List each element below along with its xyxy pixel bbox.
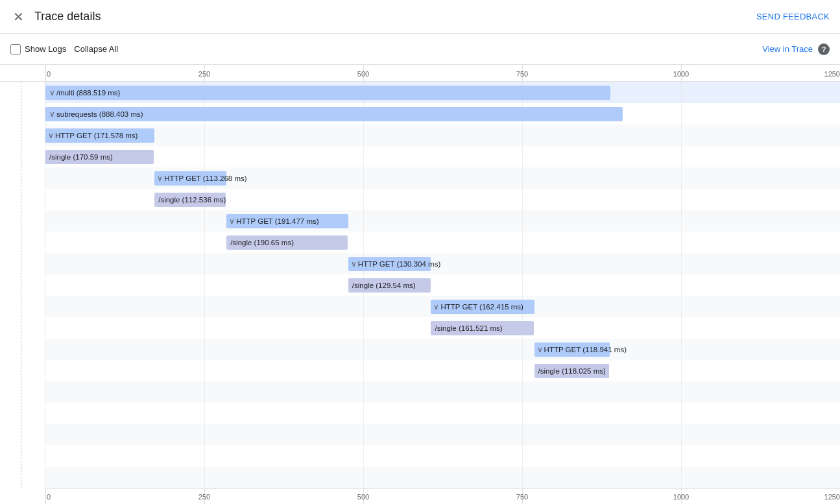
chevron-icon: ∨ bbox=[351, 259, 357, 269]
table-row: ∨ HTTP GET (191.477 ms) bbox=[45, 210, 840, 232]
chevron-icon: ∨ bbox=[48, 131, 54, 140]
ruler-spacer-left bbox=[0, 65, 45, 82]
toolbar-left: Show Logs Collapse All bbox=[10, 44, 118, 54]
trace-bar: ∨ HTTP GET (130.304 ms) bbox=[348, 257, 431, 271]
tick-1250: 1250 bbox=[824, 65, 840, 78]
top-ruler: 0 250 500 750 1000 1250 bbox=[45, 65, 840, 82]
bar-label: /single (118.025 ms) bbox=[538, 367, 606, 375]
toolbar: Show Logs Collapse All View in Trace ? bbox=[0, 34, 840, 65]
trace-bar: ∨ HTTP GET (191.477 ms) bbox=[226, 214, 348, 228]
table-row: /single (118.025 ms) bbox=[45, 360, 840, 381]
trace-bar: ∨ HTTP GET (113.268 ms) bbox=[154, 171, 226, 186]
table-row: ∨ HTTP GET (118.941 ms) bbox=[45, 339, 840, 360]
table-row: ∨ HTTP GET (130.304 ms) bbox=[45, 253, 840, 274]
table-row: ∨ HTTP GET (162.415 ms) bbox=[45, 296, 840, 317]
bar-label: /multi (888.519 ms) bbox=[56, 89, 120, 97]
show-logs-text: Show Logs bbox=[25, 44, 66, 54]
bar-label: /single (170.59 ms) bbox=[49, 153, 113, 161]
close-button[interactable]: ✕ bbox=[10, 8, 27, 26]
bar-label: HTTP GET (162.415 ms) bbox=[440, 303, 523, 311]
empty-row bbox=[45, 446, 840, 467]
tick-250: 250 bbox=[198, 65, 210, 78]
main-content: 0 250 500 750 1000 1250 bbox=[0, 65, 840, 504]
bar-label: HTTP GET (171.578 ms) bbox=[55, 132, 138, 139]
bar-label: /single (190.65 ms) bbox=[230, 239, 294, 246]
chevron-icon: ∨ bbox=[49, 110, 55, 119]
trace-bar: ∨ subrequests (888.403 ms) bbox=[45, 107, 623, 121]
rows-area: ∨ /multi (888.519 ms) ∨ subreques bbox=[45, 82, 840, 488]
trace-bar: ∨ HTTP GET (162.415 ms) bbox=[431, 300, 534, 314]
trace-bar: /single (129.54 ms) bbox=[348, 278, 431, 293]
content-area: 0 250 500 750 1000 1250 bbox=[0, 65, 840, 504]
tick-b-1000: 1000 bbox=[673, 489, 689, 501]
show-logs-checkbox[interactable] bbox=[10, 44, 21, 54]
bar-label: /single (161.521 ms) bbox=[435, 324, 502, 332]
bar-label: /single (112.536 ms) bbox=[158, 196, 226, 204]
tick-b-500: 500 bbox=[357, 489, 369, 501]
chevron-icon: ∨ bbox=[49, 88, 55, 97]
tick-500: 500 bbox=[357, 65, 369, 78]
empty-row bbox=[45, 467, 840, 488]
bar-label: /single (129.54 ms) bbox=[352, 282, 416, 289]
show-logs-label[interactable]: Show Logs bbox=[10, 44, 66, 54]
table-row: ∨ HTTP GET (113.268 ms) bbox=[45, 167, 840, 189]
bar-label: HTTP GET (113.268 ms) bbox=[164, 174, 246, 182]
table-row: ∨ HTTP GET (171.578 ms) bbox=[45, 125, 840, 146]
trace-bar: ∨ HTTP GET (118.941 ms) bbox=[534, 342, 610, 357]
empty-row bbox=[45, 403, 840, 424]
bar-label: HTTP GET (130.304 ms) bbox=[358, 260, 440, 268]
page-wrapper: ✕ Trace details SEND FEEDBACK Show Logs … bbox=[0, 0, 840, 504]
trace-bar: /single (118.025 ms) bbox=[534, 364, 610, 378]
toolbar-right: View in Trace ? bbox=[762, 43, 830, 55]
table-row: /single (170.59 ms) bbox=[45, 146, 840, 167]
chevron-icon: ∨ bbox=[537, 345, 543, 354]
trace-bar: /single (170.59 ms) bbox=[45, 150, 154, 164]
tick-0: 0 bbox=[45, 65, 51, 78]
bar-label: HTTP GET (118.941 ms) bbox=[544, 346, 627, 354]
header: ✕ Trace details SEND FEEDBACK bbox=[0, 0, 840, 34]
bar-label: subrequests (888.403 ms) bbox=[56, 110, 143, 118]
help-icon[interactable]: ? bbox=[818, 43, 830, 55]
tick-1000: 1000 bbox=[673, 65, 689, 78]
tick-b-250: 250 bbox=[198, 489, 210, 501]
tick-b-1250: 1250 bbox=[824, 489, 840, 501]
trace-bar: /single (112.536 ms) bbox=[154, 193, 226, 207]
header-left: ✕ Trace details bbox=[10, 8, 101, 26]
trace-bar: /single (161.521 ms) bbox=[431, 321, 533, 335]
trace-bar: /single (190.65 ms) bbox=[226, 235, 348, 250]
bar-label: HTTP GET (191.477 ms) bbox=[236, 217, 318, 225]
left-panel bbox=[0, 65, 45, 504]
collapse-all-button[interactable]: Collapse All bbox=[74, 44, 118, 54]
table-row: /single (112.536 ms) bbox=[45, 189, 840, 210]
table-row: ∨ /multi (888.519 ms) bbox=[45, 82, 840, 103]
chevron-icon: ∨ bbox=[229, 217, 235, 226]
empty-row bbox=[45, 381, 840, 403]
table-row: /single (161.521 ms) bbox=[45, 317, 840, 339]
connector-line bbox=[21, 82, 21, 488]
page-title: Trace details bbox=[34, 10, 101, 23]
chevron-icon: ∨ bbox=[157, 174, 163, 183]
table-row: /single (129.54 ms) bbox=[45, 274, 840, 296]
tick-b-750: 750 bbox=[516, 489, 528, 501]
empty-row bbox=[45, 424, 840, 446]
tick-750: 750 bbox=[516, 65, 528, 78]
trace-bar: ∨ HTTP GET (171.578 ms) bbox=[45, 128, 154, 143]
right-panel: 0 250 500 750 1000 1250 bbox=[45, 65, 840, 504]
tick-b-0: 0 bbox=[45, 489, 51, 501]
send-feedback-button[interactable]: SEND FEEDBACK bbox=[756, 12, 830, 21]
table-row: ∨ subrequests (888.403 ms) bbox=[45, 103, 840, 125]
view-in-trace-link[interactable]: View in Trace bbox=[762, 44, 813, 54]
bottom-ruler: 0 250 500 750 1000 1250 bbox=[45, 488, 840, 504]
table-row: /single (190.65 ms) bbox=[45, 232, 840, 253]
trace-bar: ∨ /multi (888.519 ms) bbox=[45, 86, 610, 100]
chevron-icon: ∨ bbox=[433, 302, 439, 311]
